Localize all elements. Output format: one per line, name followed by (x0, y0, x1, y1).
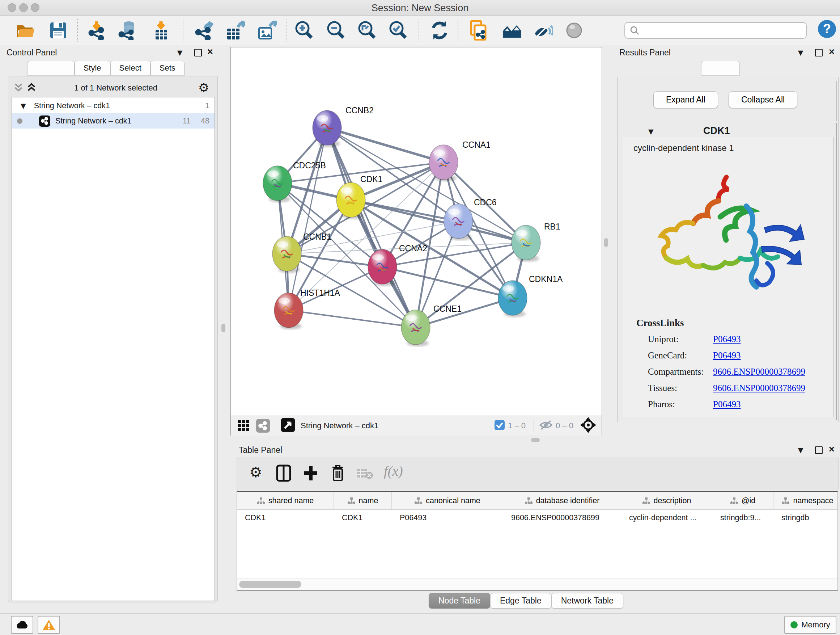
network-row-selected[interactable]: String Network – cdk1 11 48 (12, 113, 215, 128)
protein-structure-image (634, 163, 822, 307)
birdseye-view-icon[interactable] (280, 417, 295, 434)
network-node[interactable] (272, 236, 302, 273)
network-edge[interactable] (416, 298, 513, 327)
open-session-icon[interactable] (16, 21, 35, 40)
column-type-icon (730, 497, 738, 504)
tab-network-table[interactable]: Network Table (551, 593, 623, 608)
column-header[interactable]: namespace (774, 492, 838, 509)
table-panel-close-icon[interactable]: × (826, 444, 837, 455)
network-node[interactable] (263, 166, 292, 203)
table-gear-icon[interactable]: ⚙ (249, 464, 262, 480)
show-all-icon[interactable] (564, 21, 584, 40)
help-icon[interactable]: ? (817, 19, 836, 39)
table-row[interactable]: CDK1CDK1P064939606.ENSP00000378699cyclin… (237, 510, 837, 526)
collection-expander-icon[interactable]: ▼ (21, 102, 26, 110)
warning-button[interactable] (38, 616, 60, 634)
network-node[interactable] (512, 225, 540, 262)
right-splitter-handle[interactable] (604, 238, 608, 247)
crosslink-link[interactable]: 9606.ENSP00000378699 (713, 367, 805, 377)
selected-checkbox-icon[interactable] (494, 420, 505, 432)
zoom-selected-icon[interactable] (388, 21, 407, 40)
crosslink-link[interactable]: P06493 (713, 334, 741, 344)
tab-select[interactable]: Select (111, 61, 150, 75)
tab-style[interactable]: Style (74, 61, 111, 75)
table-cell[interactable]: CDK1 (334, 510, 392, 526)
import-network-database-icon[interactable] (118, 21, 137, 40)
column-header[interactable]: name (334, 492, 392, 509)
network-canvas[interactable]: CCNB2 CCNA1 CDC25B CDK1 CDC6 RB1 CCNB1 (231, 48, 602, 416)
import-network-file-icon[interactable] (87, 21, 106, 40)
tab-string[interactable]: String (701, 61, 740, 75)
node-table[interactable]: shared name name canonical name database… (237, 491, 838, 591)
control-panel-close-icon[interactable]: × (205, 46, 216, 57)
memory-button[interactable]: Memory (784, 616, 836, 634)
tab-edge-table[interactable]: Edge Table (490, 593, 551, 608)
column-header[interactable]: database identifier (503, 492, 621, 509)
tab-node-table[interactable]: Node Table (429, 593, 490, 608)
split-columns-icon[interactable] (276, 464, 291, 483)
string-home-icon[interactable] (501, 21, 521, 40)
network-node[interactable] (313, 111, 341, 147)
hide-selected-icon[interactable] (533, 21, 553, 40)
network-collection-row[interactable]: ▼ String Network – cdk1 1 (12, 97, 215, 113)
network-edge[interactable] (327, 128, 444, 162)
export-image-icon[interactable] (257, 21, 277, 40)
collapse-all-button[interactable]: Collapse All (729, 91, 797, 108)
table-cell[interactable]: 9606.ENSP00000378699 (503, 510, 621, 526)
zoom-fit-icon[interactable] (357, 21, 376, 40)
column-header[interactable]: shared name (237, 492, 334, 509)
refresh-layout-icon[interactable] (430, 21, 449, 40)
save-session-icon[interactable] (49, 21, 68, 40)
results-panel-collapse-icon[interactable]: ▼ (795, 47, 806, 58)
expand-all-button[interactable]: Expand All (653, 91, 718, 108)
results-panel-close-icon[interactable]: × (826, 46, 837, 57)
table-cell[interactable]: cyclin-dependent ... (621, 510, 712, 526)
string-badge-icon[interactable] (256, 419, 270, 432)
table-hscrollbar[interactable] (237, 578, 837, 590)
table-cell[interactable]: stringdb (774, 510, 838, 526)
control-panel-collapse-icon[interactable]: ▼ (174, 47, 185, 58)
table-hscrollbar-thumb[interactable] (239, 581, 302, 588)
results-panel-float-icon[interactable] (813, 47, 824, 58)
clone-network-icon[interactable] (469, 21, 488, 40)
export-table-icon[interactable] (226, 21, 245, 40)
column-header[interactable]: @id (712, 492, 774, 509)
table-cell[interactable]: CDK1 (237, 510, 334, 526)
network-edge[interactable] (289, 310, 416, 327)
bottom-splitter-handle[interactable] (531, 438, 540, 442)
crosslink-link[interactable]: P06493 (713, 399, 741, 409)
table-cell[interactable]: stringdb:9... (712, 510, 774, 526)
search-input[interactable] (639, 25, 806, 35)
export-network-icon[interactable] (194, 21, 213, 40)
crosslink-link[interactable]: P06493 (713, 350, 741, 361)
cloud-button[interactable] (11, 616, 33, 634)
left-splitter-handle[interactable] (221, 324, 225, 333)
column-header[interactable]: canonical name (392, 492, 503, 509)
zoom-out-icon[interactable] (325, 21, 345, 40)
network-edge[interactable] (327, 128, 416, 327)
expand-all-networks-icon[interactable] (26, 82, 37, 93)
zoom-in-icon[interactable] (294, 21, 313, 40)
add-column-icon[interactable] (303, 464, 319, 483)
protein-expander-icon[interactable]: ▼ (648, 127, 654, 135)
search-box[interactable] (624, 22, 807, 39)
network-node[interactable] (274, 293, 303, 329)
grid-view-icon[interactable] (237, 418, 250, 433)
control-panel-float-icon[interactable] (193, 47, 203, 58)
pan-crosshair-icon[interactable] (580, 417, 597, 435)
table-panel-float-icon[interactable] (813, 445, 824, 455)
import-table-icon[interactable] (151, 21, 171, 40)
collapse-all-networks-icon[interactable] (13, 82, 24, 93)
delete-column-icon[interactable] (330, 464, 346, 483)
table-cell[interactable]: P06493 (392, 510, 503, 526)
network-node[interactable] (429, 145, 458, 181)
tab-sets[interactable]: Sets (150, 61, 185, 75)
network-options-gear-icon[interactable]: ⚙ (198, 80, 209, 95)
table-panel-collapse-icon[interactable]: ▼ (795, 445, 806, 455)
hidden-eye-icon[interactable] (539, 419, 553, 432)
tab-network[interactable]: Network (27, 61, 74, 75)
crosslink-link[interactable]: 9606.ENSP00000378699 (713, 383, 805, 393)
network-node[interactable] (498, 280, 527, 317)
column-header[interactable]: description (621, 492, 712, 509)
network-node[interactable] (401, 310, 430, 347)
